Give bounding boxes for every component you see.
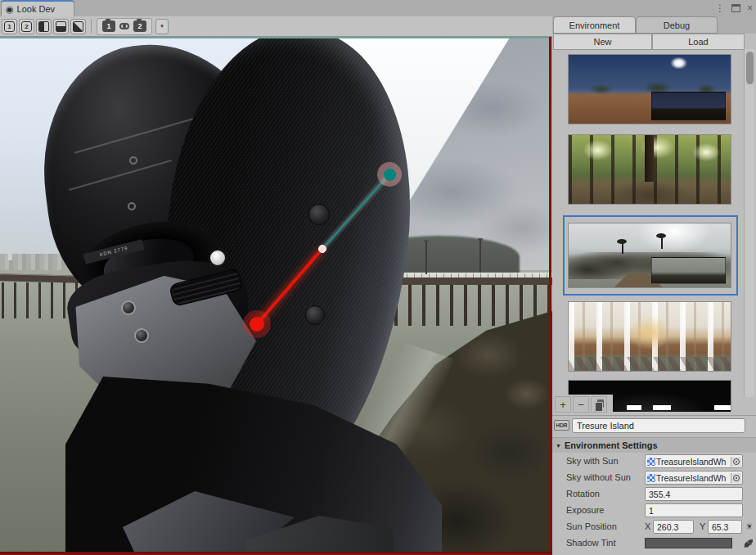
side-by-side-view-button[interactable] bbox=[36, 19, 52, 34]
environment-settings-header[interactable]: ▼ Environment Settings bbox=[552, 437, 756, 453]
load-button[interactable]: Load bbox=[652, 34, 745, 50]
remove-environment-button[interactable]: − bbox=[573, 396, 589, 413]
lookdev-toolbar: 1 2 1 2 ▼ bbox=[0, 16, 552, 37]
window-controls: ⋮ × bbox=[715, 0, 753, 16]
rotation-row: Rotation 355.4 bbox=[552, 486, 756, 503]
eyedropper-icon[interactable] bbox=[742, 537, 755, 550]
studio-light bbox=[653, 405, 671, 409]
thumbnail-inset bbox=[651, 92, 726, 120]
duplicate-icon bbox=[595, 399, 604, 410]
sun-x-field[interactable]: 260.3 bbox=[653, 520, 694, 534]
dome-bolt bbox=[308, 204, 330, 225]
split-view-button[interactable] bbox=[53, 19, 69, 34]
palm-tree bbox=[622, 242, 623, 254]
dome-bolt bbox=[305, 305, 325, 325]
single-view-2-button[interactable]: 2 bbox=[19, 19, 34, 34]
environment-name-field[interactable]: Tresure Island bbox=[572, 418, 745, 433]
split-diagonal-icon bbox=[73, 21, 83, 32]
studio-light bbox=[627, 405, 641, 409]
split-horizontal-icon bbox=[56, 21, 66, 32]
window-menu-icon[interactable]: ⋮ bbox=[715, 3, 725, 13]
sun-x-label: X bbox=[645, 521, 650, 531]
panel-actions: New Load bbox=[552, 34, 756, 50]
exposure-field[interactable]: 1 bbox=[645, 503, 743, 517]
env-list-scrollbar[interactable] bbox=[744, 49, 754, 397]
split-vertical-icon bbox=[38, 21, 49, 32]
sun-y-label: Y bbox=[700, 521, 705, 531]
camera-2-icon[interactable]: 2 bbox=[133, 20, 146, 32]
tab-look-dev-label: Look Dev bbox=[17, 4, 55, 14]
viewport-top-border bbox=[0, 37, 552, 38]
lookdev-viewport[interactable]: ADN 2779 bbox=[0, 37, 552, 555]
rotation-label: Rotation bbox=[566, 489, 600, 499]
new-button[interactable]: New bbox=[553, 34, 652, 50]
panel-tabs: Environment Debug bbox=[552, 16, 756, 34]
palm-tree bbox=[661, 237, 663, 249]
env-thumbnail-forest[interactable] bbox=[568, 134, 731, 205]
view-2-icon: 2 bbox=[21, 21, 32, 32]
sky-with-sun-row: Sky with Sun TreasureIslandWh bbox=[552, 453, 756, 470]
env-thumbnail-church[interactable] bbox=[568, 301, 731, 372]
rotation-field[interactable]: 355.4 bbox=[645, 487, 743, 501]
lookdev-window: ◉ Look Dev ⋮ × 1 2 1 2 bbox=[0, 0, 756, 555]
lamp-post bbox=[425, 241, 427, 274]
sky-with-sun-label: Sky with Sun bbox=[566, 456, 619, 466]
view-1-icon: 1 bbox=[4, 21, 15, 32]
object-picker-icon[interactable] bbox=[731, 457, 741, 467]
sun-position-row: Sun Position X 260.3 Y 65.3 ☀ bbox=[552, 519, 756, 535]
sun-gizmo-origin-handle[interactable] bbox=[250, 317, 264, 332]
sky-without-sun-value: TreasureIslandWh bbox=[656, 473, 726, 483]
sky-with-sun-field[interactable]: TreasureIslandWh bbox=[645, 454, 743, 468]
toolbar-separator bbox=[91, 19, 92, 34]
palm-tree bbox=[617, 239, 627, 244]
palm-tree bbox=[656, 233, 666, 238]
sun-gizmo-mid-handle[interactable] bbox=[318, 245, 326, 253]
divider bbox=[552, 415, 756, 416]
lamp-post bbox=[479, 240, 481, 273]
hdr-badge: HDR bbox=[554, 420, 569, 431]
chevron-down-icon: ▼ bbox=[160, 24, 164, 29]
maximize-icon[interactable] bbox=[731, 4, 740, 12]
texture-icon bbox=[647, 458, 655, 466]
jaw-bolt bbox=[134, 328, 149, 343]
object-picker-icon[interactable] bbox=[731, 473, 741, 483]
add-environment-button[interactable]: + bbox=[555, 396, 571, 413]
city-tower bbox=[8, 246, 12, 260]
camera-1-icon[interactable]: 1 bbox=[102, 20, 115, 32]
tree-trunk bbox=[645, 135, 654, 182]
white-bolt bbox=[209, 249, 227, 267]
duplicate-environment-button[interactable] bbox=[591, 396, 607, 413]
env-list-footer: + − bbox=[552, 395, 613, 414]
sun-icon[interactable]: ☀ bbox=[744, 520, 755, 534]
texture-icon bbox=[647, 474, 655, 482]
tab-look-dev[interactable]: ◉ Look Dev bbox=[1, 0, 74, 16]
sun-gizmo-sun-handle[interactable] bbox=[384, 169, 396, 181]
env-thumbnail-treasure-island[interactable] bbox=[568, 223, 731, 288]
tab-environment[interactable]: Environment bbox=[553, 16, 636, 34]
shadow-tint-row: Shadow Tint bbox=[552, 535, 756, 552]
title-bar: ◉ Look Dev ⋮ × bbox=[0, 0, 756, 16]
camera-dropdown-button[interactable]: ▼ bbox=[155, 19, 169, 34]
viewport-bottom-border bbox=[0, 552, 552, 555]
single-view-1-button[interactable]: 1 bbox=[2, 19, 17, 34]
shadow-tint-label: Shadow Tint bbox=[566, 538, 616, 548]
env-thumbnail-night-field[interactable] bbox=[568, 54, 731, 124]
sky-with-sun-value: TreasureIslandWh bbox=[656, 457, 726, 467]
environment-name-row: HDR Tresure Island bbox=[552, 417, 756, 435]
zone-view-button[interactable] bbox=[70, 19, 86, 34]
exposure-label: Exposure bbox=[566, 505, 604, 515]
link-cameras-icon[interactable] bbox=[119, 23, 129, 29]
shadow-tint-swatch[interactable] bbox=[645, 538, 732, 548]
thumbnail-inset bbox=[651, 257, 726, 284]
helmet-rivet bbox=[128, 202, 136, 210]
sun-position-label: Sun Position bbox=[566, 521, 617, 531]
tab-debug[interactable]: Debug bbox=[636, 16, 718, 34]
sky-without-sun-row: Sky without Sun TreasureIslandWh bbox=[552, 470, 756, 486]
sun-y-field[interactable]: 65.3 bbox=[708, 520, 742, 534]
close-icon[interactable]: × bbox=[747, 3, 753, 13]
jaw-bolt bbox=[121, 300, 136, 315]
exposure-row: Exposure 1 bbox=[552, 503, 756, 519]
sky-without-sun-field[interactable]: TreasureIslandWh bbox=[645, 471, 743, 485]
scrollbar-thumb[interactable] bbox=[746, 52, 754, 84]
church-floor bbox=[569, 357, 731, 371]
